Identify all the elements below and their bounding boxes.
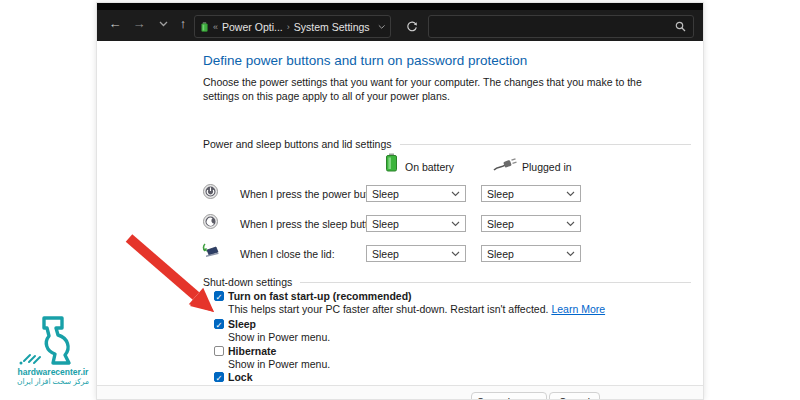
search-icon [675, 21, 686, 32]
hibernate-option-label: Hibernate [228, 345, 276, 357]
sleep-button-on-battery-select[interactable]: Sleep [366, 215, 466, 232]
address-bar[interactable]: « Power Opti... › System Settings [194, 15, 391, 38]
power-button-on-battery-select[interactable]: Sleep [366, 185, 466, 202]
watermark-site-text: hardwarecenter.ir [10, 367, 96, 377]
power-section-header: Power and sleep buttons and lid settings [203, 138, 691, 150]
close-lid-plugged-in-select[interactable]: Sleep [481, 245, 581, 262]
save-changes-button[interactable]: Save changes [471, 392, 547, 400]
sleep-button-row-label: When I press the sleep button: [240, 218, 382, 230]
power-options-icon [200, 21, 209, 33]
sleep-button-plugged-in-select[interactable]: Sleep [481, 215, 581, 232]
back-icon[interactable]: ← [105, 13, 125, 35]
chevron-down-icon [566, 191, 575, 197]
breadcrumb-item-system-settings[interactable]: System Settings [294, 21, 370, 33]
lock-option-label: Lock [228, 371, 253, 383]
search-input[interactable] [436, 21, 675, 33]
refresh-icon[interactable] [401, 15, 423, 38]
shutdown-section-label: Shut-down settings [203, 276, 300, 288]
plug-icon [493, 157, 517, 171]
select-value: Sleep [372, 248, 451, 260]
hibernate-option-description: Show in Power menu. [228, 358, 330, 370]
close-lid-row-label: When I close the lid: [240, 248, 335, 260]
fast-startup-description: This helps start your PC faster after sh… [228, 303, 605, 315]
breadcrumb-item-power-options[interactable]: Power Opti... [222, 21, 283, 33]
power-section-label: Power and sleep buttons and lid settings [203, 138, 400, 150]
page-title: Define power buttons and turn on passwor… [203, 53, 527, 68]
breadcrumb-prefix: « [213, 22, 218, 32]
watermark-tagline: مرکز سخت افزار ایران [10, 377, 96, 386]
address-dropdown-chevron-icon[interactable] [378, 24, 385, 30]
chevron-down-icon [451, 191, 460, 197]
power-button-icon [203, 184, 218, 199]
sleep-checkbox[interactable]: ✓ [214, 319, 224, 329]
sleep-button-icon [203, 214, 218, 229]
select-value: Sleep [372, 218, 451, 230]
power-button-row-label: When I press the power button: [240, 188, 386, 200]
navigation-toolbar: ← → ↑ « Power Opti... › System Settings [97, 10, 703, 41]
select-value: Sleep [372, 188, 451, 200]
chevron-down-icon [566, 251, 575, 257]
chevron-down-icon [451, 221, 460, 227]
settings-page: Define power buttons and turn on passwor… [97, 41, 703, 385]
title-bar [97, 3, 703, 10]
sleep-option-label: Sleep [228, 318, 256, 330]
wrench-logo-icon [10, 314, 96, 366]
breadcrumb-separator: › [287, 22, 290, 32]
control-panel-window: ← → ↑ « Power Opti... › System Settings [96, 2, 704, 400]
fast-startup-label: Turn on fast start-up (recommended) [228, 290, 412, 302]
battery-icon [385, 153, 398, 172]
cancel-button[interactable]: Cancel [549, 392, 600, 400]
hardwarecenter-watermark: hardwarecenter.ir مرکز سخت افزار ایران [10, 314, 96, 386]
plugged-in-column-label: Plugged in [522, 161, 572, 173]
fast-startup-checkbox[interactable]: ✓ [214, 291, 224, 301]
select-value: Sleep [487, 218, 566, 230]
power-button-plugged-in-select[interactable]: Sleep [481, 185, 581, 202]
lock-checkbox[interactable]: ✓ [214, 372, 224, 382]
shutdown-section-header: Shut-down settings [203, 276, 691, 288]
fast-startup-description-text: This helps start your PC faster after sh… [228, 303, 548, 315]
on-battery-column-label: On battery [405, 161, 454, 173]
learn-more-link[interactable]: Learn More [551, 303, 605, 315]
hibernate-checkbox[interactable] [214, 346, 224, 356]
forward-icon[interactable]: → [129, 13, 149, 35]
page-description: Choose the power settings that you want … [203, 75, 673, 103]
footer-bar [97, 386, 703, 400]
chevron-down-icon [566, 221, 575, 227]
select-value: Sleep [487, 188, 566, 200]
select-value: Sleep [487, 248, 566, 260]
sleep-option-description: Show in Power menu. [228, 331, 330, 343]
search-box[interactable] [428, 15, 694, 38]
chevron-down-icon [451, 251, 460, 257]
up-icon[interactable]: ↑ [173, 13, 193, 35]
lid-close-icon [201, 243, 219, 259]
recent-pages-chevron-icon[interactable] [153, 13, 173, 35]
close-lid-on-battery-select[interactable]: Sleep [366, 245, 466, 262]
